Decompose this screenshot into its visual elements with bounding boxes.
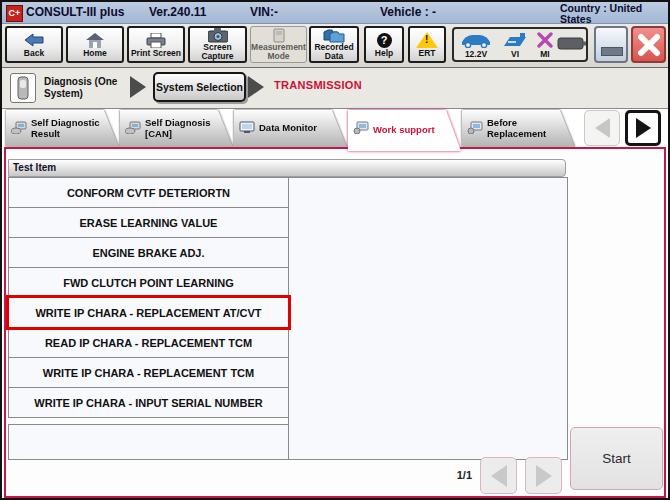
breadcrumb-arrow-icon <box>248 76 264 98</box>
screen-capture-button[interactable]: Screen Capture <box>188 26 247 63</box>
battery-status <box>556 31 588 55</box>
toolbar: Back Home Print Screen Screen Capture Me… <box>2 24 668 68</box>
ert-label: ERT <box>419 49 436 58</box>
tab-self-diagnostic-result[interactable]: Self Diagnostic Result <box>6 110 119 147</box>
status-panel: 12.2V VI MI <box>452 27 588 62</box>
system-selection-button[interactable]: System Selection <box>153 72 246 102</box>
vi-status: VI <box>498 31 532 59</box>
help-button[interactable]: ? Help <box>364 26 404 63</box>
battery-icon <box>556 31 588 55</box>
breadcrumb-step-diagnosis: Diagnosis (One System) <box>44 76 144 99</box>
detail-pane <box>288 177 568 460</box>
breadcrumb-arrow-icon <box>130 76 146 98</box>
tab-self-diagnosis-can[interactable]: Self Diagnosis [CAN] <box>120 110 233 147</box>
print-screen-button[interactable]: Print Screen <box>127 26 185 63</box>
screen-capture-label: Screen Capture <box>191 43 244 61</box>
breadcrumb: Diagnosis (One System) System Selection … <box>2 68 668 109</box>
recorded-data-button[interactable]: Recorded Data <box>309 26 359 63</box>
help-icon: ? <box>377 32 392 49</box>
mi-label: MI <box>540 49 549 59</box>
vehicle-label: Vehicle : - <box>380 5 436 19</box>
list-item[interactable]: ERASE LEARNING VALUE <box>8 207 289 238</box>
tab-scroll-left-button <box>584 110 620 146</box>
app-logo-icon: C+ <box>6 5 23 22</box>
test-item-list: CONFORM CVTF DETERIORTN ERASE LEARNING V… <box>8 177 289 418</box>
page-previous-button <box>480 457 517 494</box>
data-monitor-icon <box>239 121 255 134</box>
test-item-header: Test Item <box>8 159 566 177</box>
measurement-icon <box>272 28 286 43</box>
breadcrumb-current-system: TRANSMISSION <box>274 79 362 91</box>
printer-icon <box>146 32 166 49</box>
tab-data-monitor[interactable]: Data Monitor <box>234 110 347 147</box>
battery-voltage-status: 12.2V <box>456 31 496 59</box>
work-support-panel: Test Item CONFORM CVTF DETERIORTN ERASE … <box>4 147 666 498</box>
minimize-icon <box>601 47 623 56</box>
list-item-selected[interactable]: WRITE IP CHARA - REPLACEMENT AT/CVT <box>8 297 289 328</box>
warning-icon: ! <box>416 32 438 49</box>
vi-device-icon <box>498 31 532 49</box>
app-version: Ver.240.11 <box>149 5 206 19</box>
self-diagnosis-icon <box>11 121 27 134</box>
left-arrow-icon <box>491 465 507 487</box>
before-replacement-icon <box>467 121 483 134</box>
tab-label: Work support <box>373 125 435 135</box>
list-item[interactable]: FWD CLUTCH POINT LEARNING <box>8 267 289 298</box>
close-icon <box>637 33 661 57</box>
help-label: Help <box>375 49 393 58</box>
self-diagnosis-icon <box>125 121 141 134</box>
tab-bar: Self Diagnostic Result Self Diagnosis [C… <box>2 108 668 148</box>
tab-label: Self Diagnosis [CAN] <box>145 118 219 139</box>
recorded-data-label: Recorded Data <box>312 43 356 61</box>
tab-label: Before Replacement <box>487 118 561 139</box>
start-button[interactable]: Start <box>570 427 663 490</box>
measurement-mode-button: Measurement Mode <box>250 26 307 63</box>
tab-work-support[interactable]: Work support <box>348 110 461 151</box>
minimize-button[interactable] <box>594 26 628 63</box>
home-button[interactable]: Home <box>66 26 124 63</box>
list-item[interactable]: WRITE IP CHARA - INPUT SERIAL NUMBER <box>8 387 289 418</box>
list-item[interactable]: WRITE IP CHARA - REPLACEMENT TCM <box>8 357 289 388</box>
right-arrow-icon <box>636 118 651 138</box>
measurement-mode-label: Measurement Mode <box>251 43 306 61</box>
folders-icon <box>323 28 345 43</box>
list-item[interactable]: READ IP CHARA - REPLACEMENT TCM <box>8 327 289 358</box>
vi-unit-icon <box>10 73 36 103</box>
voltage-label: 12.2V <box>465 49 487 59</box>
close-button[interactable] <box>631 26 666 63</box>
vi-label: VI <box>511 49 519 59</box>
tab-scroll-right-button[interactable] <box>625 110 661 146</box>
left-arrow-icon <box>595 118 610 138</box>
list-item[interactable]: ENGINE BRAKE ADJ. <box>8 237 289 268</box>
back-label: Back <box>24 49 44 58</box>
page-next-button <box>525 457 562 494</box>
home-label: Home <box>83 49 107 58</box>
tab-before-replacement[interactable]: Before Replacement <box>462 110 575 147</box>
right-arrow-icon <box>536 465 552 487</box>
tab-label: Data Monitor <box>259 123 317 133</box>
consult-window: C+ CONSULT-III plus Ver.240.11 VIN:- Veh… <box>0 0 670 500</box>
back-arrow-icon <box>24 32 44 49</box>
country-label: Country : United States <box>560 3 664 24</box>
app-name: CONSULT-III plus <box>26 5 124 19</box>
back-button[interactable]: Back <box>5 26 63 63</box>
work-support-icon <box>353 121 369 134</box>
home-icon <box>86 32 104 49</box>
list-item[interactable]: CONFORM CVTF DETERIORTN <box>8 177 289 208</box>
print-screen-label: Print Screen <box>131 49 181 58</box>
page-indicator: 1/1 <box>414 469 472 481</box>
vin-label: VIN:- <box>250 5 278 19</box>
car-icon <box>456 31 496 49</box>
title-bar: C+ CONSULT-III plus Ver.240.11 VIN:- Veh… <box>2 2 668 24</box>
tab-label: Self Diagnostic Result <box>31 118 105 139</box>
camera-icon <box>208 28 228 43</box>
ert-button[interactable]: ! ERT <box>408 26 446 63</box>
list-empty-cell <box>8 424 289 460</box>
